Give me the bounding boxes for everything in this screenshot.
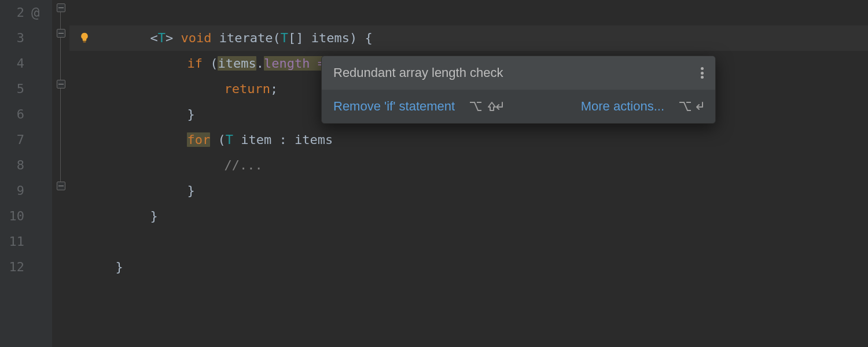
remove-if-action[interactable]: Remove 'if' statement (333, 99, 455, 114)
line-number[interactable]: 7 (0, 127, 24, 153)
fold-column (52, 0, 69, 347)
line-number[interactable]: 4 (0, 51, 24, 76)
code-line[interactable]: } (141, 76, 195, 102)
token-brace: } (115, 260, 123, 274)
line-number[interactable]: 11 (0, 229, 24, 254)
line-number-column: 2 3 4 5 6 7 8 9 10 11 12 (0, 0, 24, 347)
popup-header: Redundant array length check (322, 56, 715, 90)
code-line[interactable]: <T> void iterate(T[] items) { (104, 0, 373, 25)
line-number[interactable]: 3 (0, 25, 24, 51)
popup-body: Remove 'if' statement More actions... (322, 90, 715, 123)
fold-handle-icon[interactable] (57, 29, 65, 38)
code-line[interactable]: } (69, 229, 123, 254)
code-line[interactable]: } (141, 153, 195, 178)
shortcut-hint (469, 100, 503, 113)
line-number[interactable]: 9 (0, 178, 24, 204)
line-number[interactable]: 12 (0, 254, 24, 280)
inspection-popup: Redundant array length check Remove 'if'… (321, 56, 716, 124)
line-number[interactable]: 2 (0, 0, 24, 25)
code-line[interactable]: for (T item : items (141, 102, 333, 127)
token-brace: } (150, 209, 157, 223)
keyboard-shortcut-icon (678, 100, 704, 113)
code-line[interactable]: return; (178, 51, 278, 76)
fold-handle-icon[interactable] (57, 3, 65, 12)
code-line[interactable]: if (items.length == 0) { (141, 25, 371, 51)
code-area[interactable]: <T> void iterate(T[] items) { if (items.… (69, 0, 868, 347)
keyboard-shortcut-icon (469, 100, 503, 113)
shortcut-hint (678, 100, 704, 113)
line-number[interactable]: 10 (0, 204, 24, 229)
token-plain: ; (270, 82, 278, 96)
popup-title: Redundant array length check (333, 65, 503, 80)
more-menu-icon[interactable] (701, 67, 704, 79)
token-comment: //... (224, 158, 262, 172)
line-number[interactable]: 5 (0, 76, 24, 102)
line-number[interactable]: 6 (0, 102, 24, 127)
fold-handle-icon[interactable] (57, 80, 65, 88)
code-line[interactable]: //... (178, 127, 263, 153)
fold-handle-icon[interactable] (57, 182, 65, 190)
code-editor: 2 3 4 5 6 7 8 9 10 11 12 @ <T> void iter… (0, 0, 868, 347)
code-line[interactable]: } (104, 178, 158, 204)
token-brace: } (187, 183, 194, 198)
line-number[interactable]: 8 (0, 153, 24, 178)
token-keyword: return (224, 82, 270, 96)
override-annotation-icon[interactable]: @ (31, 0, 39, 25)
more-actions-link[interactable]: More actions... (581, 99, 664, 114)
gutter: 2 3 4 5 6 7 8 9 10 11 12 @ (0, 0, 52, 347)
